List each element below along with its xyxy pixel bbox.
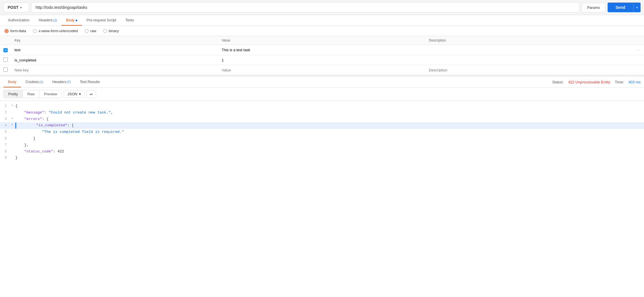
row3-checkbox-cell[interactable] [0,65,11,75]
format-pretty-button[interactable]: Pretty [4,90,23,98]
row3-actions [633,65,644,75]
row1-desc-input[interactable] [429,48,629,52]
row2-value[interactable] [218,55,425,65]
json-type-label: JSON [67,92,77,96]
json-type-dropdown[interactable]: JSON ▾ [64,90,85,98]
format-btn-group: Pretty Raw Preview [3,90,62,98]
body-dot [76,20,77,21]
col-checkbox [0,36,11,45]
url-input[interactable] [31,2,579,13]
request-tabs-bar: Authorization Headers(1) Body Pre-reques… [0,15,644,26]
wrap-icon[interactable]: ⇌ [86,90,96,98]
tab-tests[interactable]: Tests [121,15,138,26]
line4-bar [15,123,16,129]
row1-checkbox[interactable] [3,48,8,52]
form-table-wrapper: Key Value Description [0,36,644,75]
radio-x-circle [33,29,37,33]
radio-form-data-circle [5,29,9,33]
code-line-4: 4 ▾ "is_completed": [ [0,122,644,129]
row3-description[interactable] [425,65,633,75]
resp-tab-cookies[interactable]: Cookies(1) [21,77,48,87]
resp-tab-headers[interactable]: Headers(7) [48,77,75,87]
radio-raw-circle [85,29,89,33]
row1-value[interactable] [218,45,425,55]
code-line-7: 7 }, [0,142,644,148]
row3-desc-input[interactable] [429,68,629,72]
row2-desc-input[interactable] [429,58,629,62]
code-line-5: 5 "The is completed field is required." [0,129,644,135]
row1-value-input[interactable] [222,48,422,52]
line4-toggle[interactable]: ▾ [11,123,15,127]
row1-key-input[interactable] [14,48,215,52]
method-chevron-icon: ▾ [20,6,22,9]
row1-key[interactable] [11,45,218,55]
status-label: Status: [552,80,564,84]
row2-value-input[interactable] [222,58,422,62]
resp-tab-test-results[interactable]: Test Results [75,77,105,87]
time-value: 403 ms [628,80,641,84]
body-options: form-data x-www-form-urlencoded raw bina… [0,26,644,36]
json-dropdown-chevron-icon: ▾ [79,92,81,96]
code-line-8: 8 "status_code": 422 [0,148,644,155]
row1-actions: ⋯ [633,45,644,55]
tab-headers[interactable]: Headers(1) [34,15,62,26]
form-table: Key Value Description [0,36,644,75]
col-key: Key [11,36,218,45]
send-dropdown-button[interactable]: ▾ [633,3,641,12]
json-response-area: 1 ▾ { 2 "message": "Could not create new… [0,101,644,172]
row3-value-input[interactable] [222,68,422,72]
row3-key[interactable] [11,65,218,75]
radio-form-data[interactable]: form-data [5,29,26,33]
col-value: Value [218,36,425,45]
line3-toggle[interactable]: ▾ [11,116,15,121]
top-bar: POST ▾ Params Send ▾ [0,0,644,15]
code-line-6: 6 ] [0,135,644,142]
time-label: Time: [615,80,624,84]
row3-value[interactable] [218,65,425,75]
radio-raw[interactable]: raw [85,29,96,33]
row1-dots-icon[interactable]: ⋯ [636,48,641,52]
params-button[interactable]: Params [582,3,605,12]
method-label: POST [8,5,18,10]
col-description: Description [425,36,633,45]
format-raw-button[interactable]: Raw [23,90,40,98]
row2-checkbox-cell[interactable] [0,55,11,65]
table-row [0,65,644,75]
format-bar: Pretty Raw Preview JSON ▾ ⇌ [0,88,644,101]
table-row [0,55,644,65]
send-btn-group: Send ▾ [608,3,641,12]
radio-x-www-form-urlencoded[interactable]: x-www-form-urlencoded [33,29,78,33]
response-tabs-bar: Body Cookies(1) Headers(7) Test Results … [0,77,644,88]
code-line-9: 9 } [0,155,644,161]
code-line-3: 3 ▾ "errors": { [0,116,644,123]
row1-description[interactable] [425,45,633,55]
row2-checkbox[interactable] [3,57,8,62]
row3-key-input[interactable] [14,68,215,72]
row1-checkbox-cell[interactable] [0,45,11,55]
tab-authorization[interactable]: Authorization [3,15,34,26]
table-row: ⋯ [0,45,644,55]
col-actions [633,36,644,45]
resp-tab-body[interactable]: Body [3,77,21,87]
radio-binary-circle [103,29,107,33]
method-dropdown[interactable]: POST ▾ [3,3,29,12]
row2-actions [633,55,644,65]
line1-toggle[interactable]: ▾ [11,103,15,108]
tab-body[interactable]: Body [61,15,82,26]
response-status: Status: 422 Unprocessable Entity Time: 4… [552,78,641,86]
format-preview-button[interactable]: Preview [40,90,62,98]
row3-checkbox[interactable] [3,67,8,72]
send-button[interactable]: Send [608,3,633,12]
code-line-2: 2 "message": "Could not create new task.… [0,110,644,116]
row2-key[interactable] [11,55,218,65]
code-line-1: 1 ▾ { [0,103,644,110]
status-value: 422 Unprocessable Entity [568,80,610,84]
radio-binary[interactable]: binary [103,29,119,33]
row2-key-input[interactable] [14,58,215,62]
row2-description[interactable] [425,55,633,65]
tab-pre-request-script[interactable]: Pre-request Script [82,15,121,26]
